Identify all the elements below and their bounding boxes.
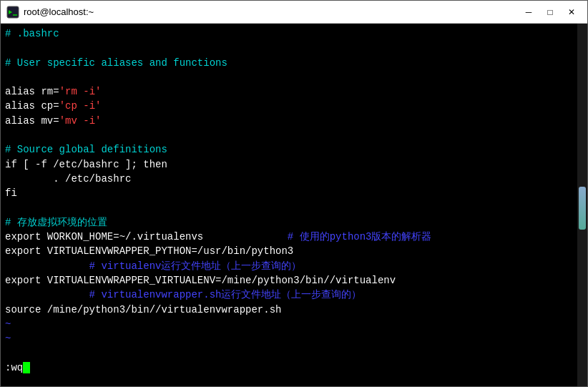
- terminal-line: # .bashrc: [5, 26, 573, 41]
- terminal-line: if [ -f /etc/bashrc ]; then: [5, 157, 573, 172]
- terminal-line: # User specific aliases and functions: [5, 56, 573, 70]
- terminal-line: [5, 128, 573, 142]
- window-title: root@localhost:~: [24, 6, 519, 17]
- app-icon: [6, 6, 19, 19]
- line-text: export VIRTUALENVWRAPPER_VIRTUALENV=/min…: [5, 275, 396, 286]
- restore-button[interactable]: □: [540, 4, 560, 20]
- terminal-line: export VIRTUALENVWRAPPER_VIRTUALENV=/min…: [5, 273, 573, 288]
- minimize-button[interactable]: ─: [519, 4, 539, 20]
- scrollbar[interactable]: [577, 24, 587, 386]
- line-text: alias mv=: [5, 115, 59, 127]
- line-comment: # 使用的python3版本的解析器: [203, 231, 431, 243]
- line-text-value: 'mv -i': [59, 115, 102, 127]
- line-text: export VIRTUALENVWRAPPER_PYTHON=/usr/bin…: [5, 245, 293, 257]
- terminal-cursor: [23, 362, 30, 373]
- scrollbar-thumb[interactable]: [579, 187, 586, 230]
- terminal-line: alias cp='cp -i': [5, 99, 573, 113]
- terminal-line: [5, 346, 573, 361]
- terminal-line: export VIRTUALENVWRAPPER_PYTHON=/usr/bin…: [5, 244, 573, 258]
- terminal-line: alias rm='rm -i': [5, 84, 573, 99]
- terminal-line: # virtualenvwrapper.sh运行文件地址（上一步查询的）: [5, 288, 573, 302]
- line-text: source /mine/python3/bin//virtualenvwrap…: [5, 304, 281, 315]
- command-text: :wq: [5, 362, 23, 373]
- terminal-area: # .bashrc # User specific aliases and fu…: [1, 24, 587, 386]
- line-text-value: 'rm -i': [59, 86, 102, 97]
- line-text: # .bashrc: [5, 28, 59, 39]
- terminal-line: ~: [5, 331, 573, 346]
- line-text: # Source global definitions: [5, 144, 167, 155]
- line-text: ~: [5, 333, 11, 344]
- terminal-input-line: :wq: [5, 361, 573, 375]
- terminal-window: root@localhost:~ ─ □ ✕ # .bashrc # User …: [0, 0, 588, 387]
- terminal-line: [5, 201, 573, 215]
- terminal-output[interactable]: # .bashrc # User specific aliases and fu…: [1, 24, 577, 386]
- window-controls: ─ □ ✕: [519, 4, 582, 20]
- terminal-line: source /mine/python3/bin//virtualenvwrap…: [5, 303, 573, 317]
- line-text: . /etc/bashrc: [5, 173, 131, 185]
- terminal-line: # virtualenv运行文件地址（上一步查询的）: [5, 259, 573, 273]
- terminal-line: # 存放虚拟环境的位置: [5, 215, 573, 230]
- line-text-value: 'cp -i': [59, 100, 102, 112]
- terminal-line: [5, 70, 573, 84]
- line-text: export WORKON_HOME=~/.virtualenvs: [5, 231, 203, 243]
- line-text: # User specific aliases and functions: [5, 57, 227, 69]
- line-text: alias rm=: [5, 86, 59, 97]
- terminal-line: fi: [5, 186, 573, 200]
- terminal-line: # Source global definitions: [5, 142, 573, 157]
- line-text: # 存放虚拟环境的位置: [5, 217, 107, 228]
- scrollbar-track[interactable]: [577, 24, 587, 386]
- terminal-line: . /etc/bashrc: [5, 172, 573, 186]
- titlebar: root@localhost:~ ─ □ ✕: [1, 1, 587, 24]
- line-comment: # virtualenv运行文件地址（上一步查询的）: [5, 260, 301, 272]
- terminal-line: ~: [5, 317, 573, 331]
- line-text: if [ -f /etc/bashrc ]; then: [5, 159, 167, 170]
- close-button[interactable]: ✕: [562, 4, 582, 20]
- terminal-line: [5, 41, 573, 55]
- line-text: alias cp=: [5, 100, 59, 112]
- terminal-line: alias mv='mv -i': [5, 114, 573, 128]
- line-text: fi: [5, 187, 17, 199]
- line-comment: # virtualenvwrapper.sh运行文件地址（上一步查询的）: [5, 289, 361, 300]
- terminal-line: export WORKON_HOME=~/.virtualenvs # 使用的p…: [5, 230, 573, 244]
- line-text: ~: [5, 318, 11, 330]
